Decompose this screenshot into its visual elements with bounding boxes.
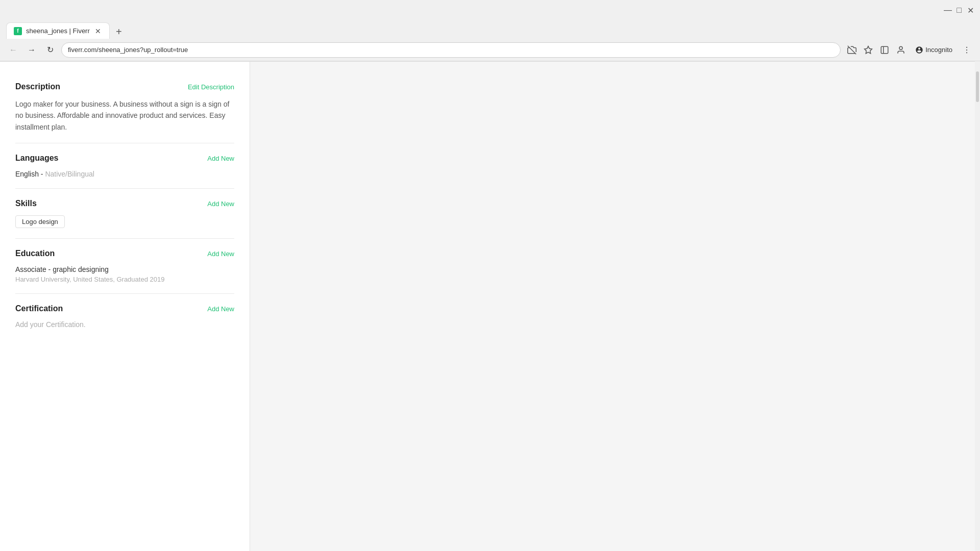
- incognito-label: Incognito: [925, 46, 952, 54]
- toolbar: ← → ↻: [0, 39, 980, 61]
- description-header: Description Edit Description: [15, 82, 234, 91]
- add-skill-button[interactable]: Add New: [207, 200, 234, 208]
- add-education-button[interactable]: Add New: [207, 250, 234, 258]
- certification-placeholder: Add your Certification.: [15, 320, 234, 329]
- svg-line-0: [848, 45, 856, 54]
- profile-panel: Description Edit Description Logo maker …: [0, 62, 250, 551]
- description-text: Logo maker for your business. A business…: [15, 98, 234, 133]
- title-bar: — □ ✕: [0, 0, 980, 20]
- description-section: Description Edit Description Logo maker …: [15, 72, 234, 143]
- svg-rect-2: [881, 46, 888, 54]
- tab-close-button[interactable]: ✕: [94, 27, 102, 35]
- skills-title: Skills: [15, 199, 37, 208]
- education-entry: Associate - graphic designing Harvard Un…: [15, 265, 234, 283]
- refresh-button[interactable]: ↻: [43, 43, 57, 57]
- skills-header: Skills Add New: [15, 199, 234, 208]
- skill-tag: Logo design: [15, 215, 65, 228]
- active-tab[interactable]: f sheena_jones | Fiverr ✕: [6, 22, 110, 39]
- education-details: Harvard University, United States, Gradu…: [15, 276, 234, 283]
- page-content: Description Edit Description Logo maker …: [0, 62, 980, 551]
- scrollbar-thumb[interactable]: [976, 71, 979, 102]
- languages-section: Languages Add New English - Native/Bilin…: [15, 143, 234, 189]
- back-button[interactable]: ←: [6, 43, 20, 57]
- add-certification-button[interactable]: Add New: [207, 305, 234, 313]
- languages-header: Languages Add New: [15, 154, 234, 163]
- language-entry: English - Native/Bilingual: [15, 170, 234, 178]
- language-level: Native/Bilingual: [45, 170, 94, 178]
- svg-marker-1: [865, 46, 872, 53]
- browser-content: Description Edit Description Logo maker …: [0, 62, 980, 551]
- svg-point-4: [899, 46, 902, 49]
- certification-header: Certification Add New: [15, 304, 234, 313]
- languages-title: Languages: [15, 154, 58, 163]
- menu-button[interactable]: [960, 43, 974, 57]
- sidebar-icon[interactable]: [877, 43, 892, 57]
- browser-chrome: — □ ✕ f sheena_jones | Fiverr ✕ + ← → ↻: [0, 0, 980, 62]
- education-title: Education: [15, 249, 55, 258]
- profile-icon[interactable]: [894, 43, 908, 57]
- education-degree: Associate - graphic designing: [15, 265, 234, 273]
- tab-bar: f sheena_jones | Fiverr ✕ +: [0, 20, 980, 39]
- bookmark-icon[interactable]: [861, 43, 875, 57]
- skills-section: Skills Add New Logo design: [15, 189, 234, 239]
- forward-button[interactable]: →: [24, 43, 39, 57]
- window-controls: — □ ✕: [944, 7, 974, 14]
- svg-point-6: [966, 49, 967, 50]
- minimize-button[interactable]: —: [944, 7, 951, 14]
- add-language-button[interactable]: Add New: [207, 155, 234, 162]
- scrollbar[interactable]: [975, 61, 980, 551]
- education-section: Education Add New Associate - graphic de…: [15, 239, 234, 294]
- skills-tags: Logo design: [15, 215, 234, 228]
- tab-favicon: f: [14, 27, 22, 35]
- close-button[interactable]: ✕: [967, 7, 974, 14]
- address-bar[interactable]: [61, 42, 841, 58]
- new-tab-button[interactable]: +: [112, 24, 126, 39]
- description-title: Description: [15, 82, 60, 91]
- toolbar-icons: Incognito: [845, 43, 974, 57]
- education-header: Education Add New: [15, 249, 234, 258]
- tab-title: sheena_jones | Fiverr: [26, 27, 90, 35]
- right-panel: [250, 62, 980, 551]
- certification-section: Certification Add New Add your Certifica…: [15, 294, 234, 339]
- svg-point-5: [966, 46, 967, 47]
- camera-off-icon[interactable]: [845, 43, 859, 57]
- incognito-button[interactable]: Incognito: [910, 44, 958, 56]
- svg-point-7: [966, 52, 967, 53]
- language-name: English: [15, 170, 39, 178]
- maximize-button[interactable]: □: [955, 7, 963, 14]
- edit-description-button[interactable]: Edit Description: [188, 83, 234, 91]
- certification-title: Certification: [15, 304, 63, 313]
